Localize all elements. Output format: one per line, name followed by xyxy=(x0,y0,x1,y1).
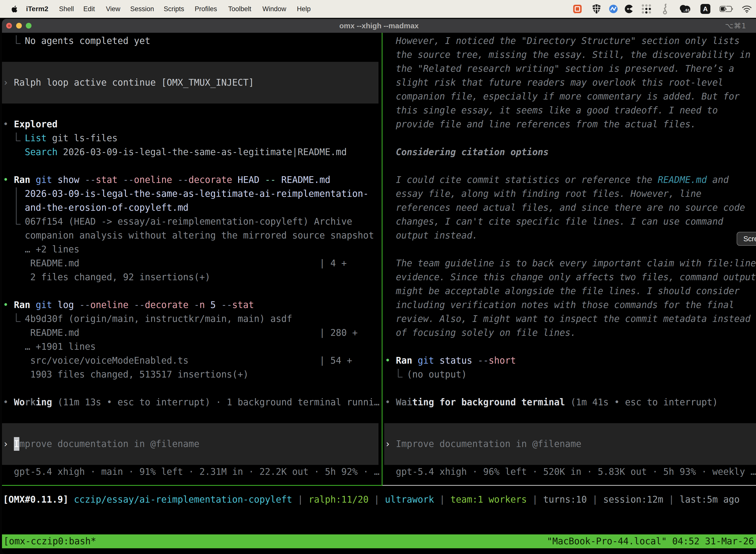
terminal-line: gpt-5.4 xhigh · 96% left · 520K in · 5.8… xyxy=(385,465,756,479)
terminal-line: changes, I can't cite specific file line… xyxy=(385,215,723,229)
menu-item-window[interactable]: Window xyxy=(262,0,286,18)
terminal-line: might be acceptable alongside the file l… xyxy=(385,284,740,298)
terminal-line: • Working (11m 13s • esc to interrupt) ·… xyxy=(3,395,379,409)
terminal-line: provide file and line references from th… xyxy=(385,117,696,131)
terminal-line: companion analysis without altering the … xyxy=(3,229,374,242)
terminal-line: of focusing solely on file lines. xyxy=(385,326,576,340)
terminal-line: › Improve documentation in @filename xyxy=(385,437,581,451)
terminal-line: including verification notes with those … xyxy=(385,298,734,312)
terminal-line: • Explored xyxy=(3,117,58,131)
terminal-line: I could cite commit statistics or refere… xyxy=(385,173,729,187)
tree-connector xyxy=(16,35,20,44)
terminal-line: the "Related research writing" section i… xyxy=(385,62,734,76)
terminal-line: No agents completed yet xyxy=(3,34,150,48)
menu-item-shell[interactable]: Shell xyxy=(59,0,74,18)
terminal-line: › Ralph loop active continue [OMX_TMUX_I… xyxy=(3,76,254,90)
terminal-line: this single essay, it seems like a good … xyxy=(385,104,718,117)
svg-text:A: A xyxy=(703,5,708,13)
screen-share-label: Scre xyxy=(743,235,756,243)
menu-item-help[interactable]: Help xyxy=(297,0,311,18)
menu-item-view[interactable]: View xyxy=(106,0,120,18)
terminal-line: 4b9d30f (origin/main, instructkr/main, m… xyxy=(3,312,292,326)
terminal-line: Considering citation options xyxy=(385,145,549,159)
apple-icon[interactable] xyxy=(11,5,18,13)
terminal-line: … +2 lines xyxy=(3,242,79,257)
terminal-line: The team guideline is to back every impo… xyxy=(385,257,756,270)
terminal-line: companion file, especially if more comme… xyxy=(385,90,740,104)
terminal-line: README.md | 4 + xyxy=(3,257,347,270)
terminal-line: references need actual files, and since … xyxy=(385,201,745,215)
terminal-content: No agents completed yet› Ralph loop acti… xyxy=(2,33,756,554)
terminal-cursor: I xyxy=(14,437,19,451)
tree-connector xyxy=(16,132,20,141)
window-title: omx --xhigh --madmax xyxy=(2,21,756,30)
menu-item-profiles[interactable]: Profiles xyxy=(195,0,217,18)
menu-item-toolbelt[interactable]: Toolbelt xyxy=(228,0,251,18)
terminal-line: and-the-erosion-of-copyleft.md xyxy=(3,201,189,215)
terminal-line: README.md | 280 + xyxy=(3,326,358,340)
terminal-line: the source tree, missing the essay. Stil… xyxy=(385,48,751,62)
tree-connector xyxy=(16,187,20,225)
iterm2-window: No agents completed yet› Ralph loop acti… xyxy=(2,19,756,554)
tmux-session-label: [omx-cczip0:bash* xyxy=(3,535,96,548)
terminal-line: review. Also, I might want to inspect th… xyxy=(385,312,751,326)
tmux-pane-border-right xyxy=(382,485,756,486)
omx-status-line: [OMX#0.11.9] cczip/essay/ai-reimplementa… xyxy=(3,493,740,507)
terminal-line: 2 files changed, 92 insertions(+) xyxy=(3,270,210,284)
tmux-pane-divider[interactable] xyxy=(382,33,382,485)
tmux-host-clock: "MacBook-Pro-44.local" 04:52 31-Mar-26 xyxy=(547,535,754,548)
terminal-line: gpt-5.4 xhigh · main · 91% left · 2.31M … xyxy=(3,465,379,479)
terminal-line: src/voice/voiceModeEnabled.ts | 54 + xyxy=(3,354,352,368)
terminal-line: evidence. Since this change only affects… xyxy=(385,270,756,284)
terminal-line: • Waiting for background terminal (1m 41… xyxy=(385,395,718,409)
tmux-status-bar: [omx-cczip0:bash* "MacBook-Pro-44.local"… xyxy=(2,535,756,548)
tree-connector xyxy=(398,369,402,378)
terminal-line: However, I noticed the "Directory Struct… xyxy=(385,34,740,48)
terminal-line: › Improve documentation in @filename xyxy=(3,437,199,451)
terminal-line: • Ran git show --stat --oneline --decora… xyxy=(3,173,330,187)
terminal-line: slight risk that future readers may over… xyxy=(385,76,723,90)
terminal-line: … +1901 lines xyxy=(3,340,96,354)
menu-item-scripts[interactable]: Scripts xyxy=(164,0,184,18)
terminal-line: 2026-03-09-is-legal-the-same-as-legitima… xyxy=(3,187,369,201)
terminal-line: • Ran git status --short xyxy=(385,354,516,368)
menu-item-edit[interactable]: Edit xyxy=(83,0,95,18)
menu-bar: iTerm2 ShellEditViewSessionScriptsProfil… xyxy=(0,0,756,18)
tree-connector xyxy=(16,313,20,322)
menu-item-session[interactable]: Session xyxy=(130,0,154,18)
terminal-line: Search 2026-03-09-is-legal-the-same-as-l… xyxy=(3,145,347,159)
terminal-line: 1903 files changed, 513517 insertions(+) xyxy=(3,368,249,382)
svg-text:..61: ..61 xyxy=(683,8,690,12)
terminal-line: output instead. xyxy=(385,229,478,242)
terminal-line: 067f154 (HEAD -> essay/ai-reimplementati… xyxy=(3,215,352,229)
terminal-line: (no output) xyxy=(385,368,467,382)
tmux-pane-border-left xyxy=(2,485,382,486)
menu-item-iterm2[interactable]: iTerm2 xyxy=(26,0,48,18)
terminal-line: essay file, along with finding root file… xyxy=(385,187,701,201)
window-shortcut-badge: ⌥⌘1 xyxy=(725,21,747,30)
screen-share-chip[interactable]: Scre xyxy=(737,232,756,246)
terminal-line: • Ran git log --oneline --decorate -n 5 … xyxy=(3,298,254,312)
